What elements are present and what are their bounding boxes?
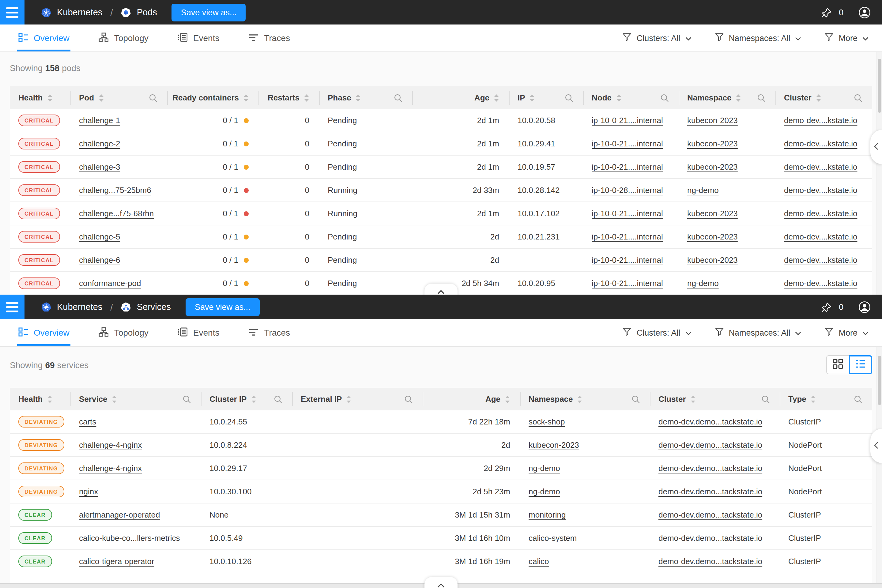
node-link[interactable]: ip-10-0-21....internal xyxy=(592,279,663,288)
cluster-link[interactable]: demo-dev.demo...tackstate.io xyxy=(658,510,762,519)
filter-namespaces[interactable]: Namespaces: All xyxy=(714,327,801,338)
column-header-namespace[interactable]: Namespace xyxy=(520,388,650,410)
save-view-as-button[interactable]: Save view as... xyxy=(186,298,260,316)
column-header-type[interactable]: Type xyxy=(780,388,872,410)
column-header-age[interactable]: Age xyxy=(423,388,520,410)
pod-link[interactable]: challenge...f75-68rhn xyxy=(79,209,154,218)
search-icon[interactable] xyxy=(660,93,669,102)
tab-events[interactable]: Events xyxy=(178,24,220,51)
sort-icon[interactable] xyxy=(243,93,249,102)
column-header-ip[interactable]: IP xyxy=(509,86,583,109)
tab-topology[interactable]: Topology xyxy=(99,319,148,346)
column-header-health[interactable]: Health xyxy=(10,86,70,109)
service-link[interactable]: calico-kube-co...llers-metrics xyxy=(79,534,180,543)
breadcrumb-kubernetes[interactable]: Kubernetes xyxy=(57,302,102,312)
column-header-cluster_ip[interactable]: Cluster IP xyxy=(201,388,292,410)
filter-more[interactable]: More xyxy=(824,327,868,338)
namespace-link[interactable]: kubecon-2023 xyxy=(687,255,738,265)
filter-clusters[interactable]: Clusters: All xyxy=(622,33,692,44)
column-header-cluster[interactable]: Cluster xyxy=(650,388,780,410)
grid-view-button[interactable] xyxy=(826,355,849,374)
node-link[interactable]: ip-10-0-21....internal xyxy=(592,162,663,171)
column-header-phase[interactable]: Phase xyxy=(319,86,412,109)
sort-icon[interactable] xyxy=(47,93,52,102)
list-view-button[interactable] xyxy=(849,355,872,374)
sort-icon[interactable] xyxy=(577,395,583,404)
search-icon[interactable] xyxy=(757,93,766,102)
node-link[interactable]: ip-10-0-21....internal xyxy=(592,209,663,218)
cluster-link[interactable]: demo-dev.demo...tackstate.io xyxy=(658,417,762,426)
pod-link[interactable]: conformance-pod xyxy=(79,279,141,288)
namespace-link[interactable]: kubecon-2023 xyxy=(529,440,579,450)
cluster-link[interactable]: demo-dev.demo...tackstate.io xyxy=(658,464,762,473)
service-link[interactable]: nginx xyxy=(79,487,98,496)
cluster-link[interactable]: demo-dev....kstate.io xyxy=(784,116,857,125)
search-icon[interactable] xyxy=(854,395,862,404)
tab-overview[interactable]: Overview xyxy=(18,319,69,346)
column-header-pod[interactable]: Pod xyxy=(70,86,167,109)
namespace-link[interactable]: kubecon-2023 xyxy=(687,139,738,148)
cluster-link[interactable]: demo-dev....kstate.io xyxy=(784,209,857,218)
menu-button[interactable] xyxy=(0,0,24,24)
cluster-link[interactable]: demo-dev.demo...tackstate.io xyxy=(658,557,762,566)
cluster-link[interactable]: demo-dev....kstate.io xyxy=(784,162,857,171)
cluster-link[interactable]: demo-dev....kstate.io xyxy=(784,186,857,195)
service-link[interactable]: alertmanager-operated xyxy=(79,510,160,519)
sort-icon[interactable] xyxy=(112,395,117,404)
sort-icon[interactable] xyxy=(346,395,352,404)
filter-namespaces[interactable]: Namespaces: All xyxy=(714,33,801,44)
pin-icon[interactable] xyxy=(821,6,833,18)
sort-icon[interactable] xyxy=(811,395,816,404)
cluster-link[interactable]: demo-dev....kstate.io xyxy=(784,255,857,265)
collapse-right-panel-button[interactable] xyxy=(870,429,882,463)
node-link[interactable]: ip-10-0-21....internal xyxy=(592,139,663,148)
sort-icon[interactable] xyxy=(98,93,104,102)
column-header-node[interactable]: Node xyxy=(583,86,679,109)
save-view-as-button[interactable]: Save view as... xyxy=(172,3,246,21)
column-header-service[interactable]: Service xyxy=(70,388,201,410)
pod-link[interactable]: challeng...75-25bm6 xyxy=(79,186,151,195)
breadcrumb-kubernetes[interactable]: Kubernetes xyxy=(57,8,102,17)
service-link[interactable]: challenge-4-nginx xyxy=(79,464,142,473)
cluster-link[interactable]: demo-dev....kstate.io xyxy=(784,279,857,288)
collapse-pane-button[interactable] xyxy=(424,577,458,588)
column-header-namespace[interactable]: Namespace xyxy=(679,86,776,109)
search-icon[interactable] xyxy=(854,93,862,102)
cluster-link[interactable]: demo-dev.demo...tackstate.io xyxy=(658,487,762,496)
search-icon[interactable] xyxy=(404,395,413,404)
column-header-restarts[interactable]: Restarts xyxy=(258,86,319,109)
column-header-external_ip[interactable]: External IP xyxy=(292,388,423,410)
sort-icon[interactable] xyxy=(530,93,535,102)
user-avatar[interactable] xyxy=(858,300,871,313)
search-icon[interactable] xyxy=(149,93,158,102)
search-icon[interactable] xyxy=(761,395,770,404)
search-icon[interactable] xyxy=(565,93,573,102)
sort-icon[interactable] xyxy=(690,395,696,404)
tab-traces[interactable]: Traces xyxy=(249,24,290,51)
collapse-right-panel-button[interactable] xyxy=(870,130,882,164)
namespace-link[interactable]: ng-demo xyxy=(687,186,719,195)
pod-link[interactable]: challenge-5 xyxy=(79,232,120,242)
tab-events[interactable]: Events xyxy=(178,319,220,346)
user-avatar[interactable] xyxy=(858,6,871,19)
tab-overview[interactable]: Overview xyxy=(18,24,69,51)
search-icon[interactable] xyxy=(274,395,282,404)
sort-icon[interactable] xyxy=(47,395,52,404)
pod-link[interactable]: challenge-1 xyxy=(79,116,120,125)
service-link[interactable]: carts xyxy=(79,417,96,426)
namespace-link[interactable]: ng-demo xyxy=(529,487,560,496)
node-link[interactable]: ip-10-0-21....internal xyxy=(592,255,663,265)
namespace-link[interactable]: kubecon-2023 xyxy=(687,232,738,242)
namespace-link[interactable]: calico xyxy=(529,557,549,566)
search-icon[interactable] xyxy=(183,395,191,404)
namespace-link[interactable]: kubecon-2023 xyxy=(687,162,738,171)
sort-icon[interactable] xyxy=(356,93,361,102)
pod-link[interactable]: challenge-2 xyxy=(79,139,120,148)
column-header-cluster[interactable]: Cluster xyxy=(776,86,872,109)
vertical-scrollbar-thumb[interactable] xyxy=(878,59,881,113)
sort-icon[interactable] xyxy=(251,395,256,404)
tab-traces[interactable]: Traces xyxy=(249,319,290,346)
collapse-pane-button[interactable] xyxy=(424,284,458,295)
sort-icon[interactable] xyxy=(616,93,621,102)
tab-topology[interactable]: Topology xyxy=(99,24,148,51)
